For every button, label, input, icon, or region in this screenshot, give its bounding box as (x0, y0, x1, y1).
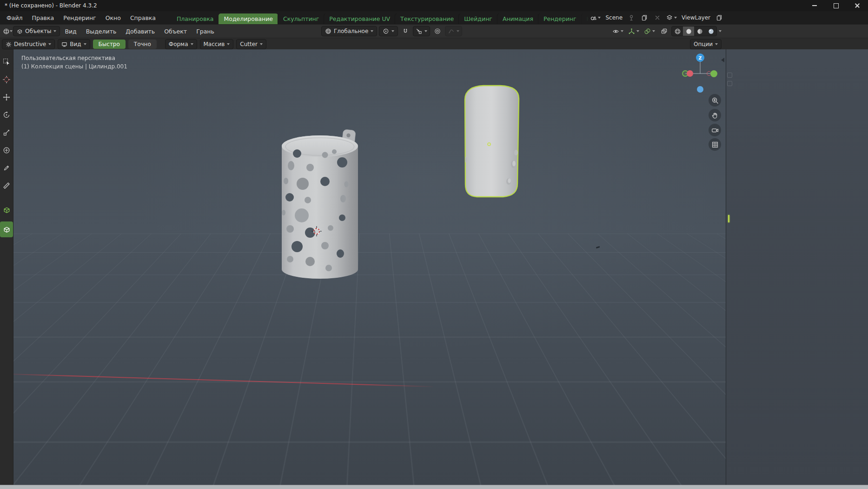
workspace-tab-layout[interactable]: Планировка (172, 13, 219, 24)
collapse-sidebar-arrow[interactable] (721, 58, 724, 62)
shading-rendered-button[interactable] (705, 27, 716, 36)
unlink-scene-button[interactable] (652, 13, 663, 23)
close-button[interactable] (847, 0, 868, 11)
transform-icon (3, 147, 10, 154)
falloff-dropdown[interactable] (445, 26, 462, 36)
workspace-tab-animation[interactable]: Анимация (497, 13, 538, 24)
pin-scene-button[interactable] (626, 13, 637, 23)
tool-3d-cursor[interactable] (0, 74, 13, 86)
menu-help[interactable]: Справка (126, 13, 160, 23)
visibility-dropdown[interactable] (611, 27, 625, 36)
shading-solid-button[interactable] (683, 27, 694, 36)
solid-sphere-icon (685, 28, 692, 35)
tool-move[interactable] (0, 91, 13, 103)
navigation-gizmo[interactable]: Z (681, 54, 720, 93)
tool-add-cube[interactable] (0, 204, 13, 216)
transform-orientation-dropdown[interactable]: Глобальное (321, 26, 377, 36)
tool-select-box[interactable] (0, 56, 13, 68)
workspace-tab-shading[interactable]: Шейдинг (459, 13, 497, 24)
perforated-cylinder-object[interactable] (278, 127, 361, 288)
workspace-tab-modeling[interactable]: Моделирование (219, 13, 278, 24)
scene-browse-dropdown[interactable] (589, 13, 602, 22)
tool-rotate[interactable] (0, 109, 13, 121)
new-scene-button[interactable] (639, 13, 650, 23)
maximize-button[interactable] (825, 0, 847, 11)
overlays-dropdown[interactable] (643, 27, 656, 36)
snap-toggle[interactable] (400, 26, 411, 36)
right-region[interactable] (726, 49, 868, 485)
top-menubar: Файл Правка Рендеринг Окно Справка Плани… (0, 11, 868, 24)
pivot-point-dropdown[interactable] (379, 26, 398, 36)
shading-options-chevron-icon[interactable] (719, 30, 722, 32)
cursor-tool-icon (3, 76, 10, 83)
gear-icon (6, 41, 12, 47)
workspace-tab-texture-paint[interactable]: Текстурирование (395, 13, 459, 24)
workspace-tab-sculpting[interactable]: Скульптинг (278, 13, 324, 24)
gizmo-y-positive-ball[interactable] (710, 70, 717, 77)
zoom-button[interactable] (709, 94, 721, 107)
scene-name[interactable]: Scene (604, 14, 624, 21)
chevron-down-icon (84, 43, 86, 45)
gizmo-x-negative-ball[interactable] (687, 70, 693, 77)
xray-toggle[interactable] (658, 26, 669, 36)
minimize-button[interactable] (804, 0, 825, 11)
view-mode-dropdown[interactable]: Вид (58, 39, 90, 49)
viewlayer-browse-dropdown[interactable] (665, 13, 678, 22)
tool-transform[interactable] (0, 144, 13, 156)
menu-add[interactable]: Добавить (121, 26, 159, 36)
titlebar: * (Не сохранено) - Blender 4.3.2 (0, 0, 868, 11)
workspace-tab-uv-editing[interactable]: Редактирование UV (324, 13, 395, 24)
shading-wireframe-button[interactable] (672, 27, 683, 36)
cube-icon (3, 206, 11, 214)
gizmo-z-negative-ball[interactable] (697, 86, 703, 93)
viewlayer-name[interactable]: ViewLayer (680, 14, 712, 21)
cutter-dropdown[interactable]: Cutter (236, 39, 266, 49)
region-corner-widget[interactable] (727, 73, 732, 78)
proportional-editing-toggle[interactable] (432, 26, 443, 36)
menu-select[interactable]: Выделить (81, 26, 121, 36)
interaction-mode-dropdown[interactable]: Объекты (13, 26, 60, 36)
menu-file[interactable]: Файл (2, 13, 27, 23)
editor-type-button[interactable] (2, 26, 13, 36)
shading-material-button[interactable] (694, 27, 705, 36)
orientation-globe-icon (325, 28, 331, 34)
gizmos-dropdown[interactable] (627, 27, 641, 36)
viewlayer-icon (666, 14, 673, 21)
tool-annotate[interactable] (0, 162, 13, 174)
pan-button[interactable] (709, 109, 721, 121)
shape-dropdown[interactable]: Форма (165, 39, 197, 49)
region-corner-widget[interactable] (727, 81, 732, 86)
tool-measure[interactable] (0, 180, 13, 192)
menu-render[interactable]: Рендеринг (59, 13, 101, 23)
workspace-tab-rendering[interactable]: Рендеринг (538, 13, 582, 24)
selected-cylinder-object[interactable] (461, 83, 523, 202)
copy-page-icon (716, 14, 722, 21)
array-dropdown[interactable]: Массив (200, 39, 234, 49)
tool-scale[interactable] (0, 127, 13, 139)
rotate-icon (3, 111, 10, 119)
chevron-down-icon (227, 43, 230, 45)
chevron-down-icon (621, 30, 623, 32)
menu-face[interactable]: Грань (192, 26, 219, 36)
gizmo-z-positive-ball[interactable]: Z (696, 54, 704, 62)
menu-object[interactable]: Объект (159, 26, 192, 36)
shape-label: Форма (169, 41, 188, 47)
tool-boolean-cutter[interactable] (0, 221, 13, 237)
menu-view[interactable]: Вид (60, 26, 81, 36)
camera-view-button[interactable] (709, 124, 721, 136)
window-title: * (Не сохранено) - Blender 4.3.2 (0, 2, 97, 9)
options-label: Опции (694, 41, 713, 47)
fast-mode-button[interactable]: Быстро (93, 40, 126, 49)
menu-edit[interactable]: Правка (27, 13, 59, 23)
workspace-tab-compositing[interactable]: Композитинг (582, 13, 589, 24)
new-viewlayer-button[interactable] (714, 13, 725, 23)
precise-mode-button[interactable]: Точно (128, 40, 157, 49)
tool-preset-dropdown[interactable]: Destructive (2, 39, 55, 49)
tool-settings-bar: Destructive Вид Быстро Точно Форма Масси… (0, 38, 868, 51)
menu-window[interactable]: Окно (101, 13, 126, 23)
snap-with-dropdown[interactable] (413, 26, 430, 36)
options-dropdown[interactable]: Опции (690, 39, 722, 49)
toggle-ortho-button[interactable] (709, 138, 721, 151)
viewport[interactable]: Пользовательская перспектива (1) Коллекц… (13, 49, 726, 485)
grid-icon (711, 141, 719, 148)
